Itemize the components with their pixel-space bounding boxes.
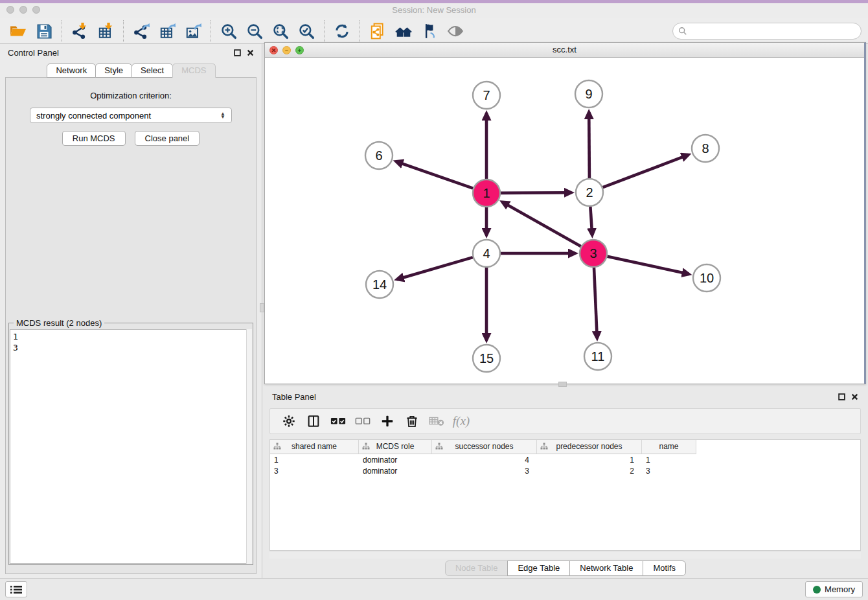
cell-shared-name[interactable]: 1 xyxy=(270,454,359,465)
graph-node-9[interactable]: 9 xyxy=(575,80,602,108)
cell-predecessor-nodes[interactable]: 1 xyxy=(537,454,642,465)
svg-text:9: 9 xyxy=(585,87,592,101)
task-history-button[interactable] xyxy=(5,581,27,597)
column-header-name[interactable]: name xyxy=(642,440,696,454)
graph-node-2[interactable]: 2 xyxy=(576,179,603,206)
edge-2-9[interactable] xyxy=(589,112,589,178)
cell-predecessor-nodes[interactable]: 2 xyxy=(537,465,642,476)
column-label: MCDS role xyxy=(376,442,415,451)
panel-divider-handle[interactable] xyxy=(260,303,264,312)
tab-select[interactable]: Select xyxy=(131,63,173,78)
graph-node-15[interactable]: 15 xyxy=(473,345,500,372)
edge-2-8[interactable] xyxy=(603,155,689,187)
share-network-document-button[interactable] xyxy=(365,21,391,41)
cell-mcds-role[interactable]: dominator xyxy=(359,465,432,476)
table-scroll-strip[interactable] xyxy=(269,551,861,559)
edge-1-2[interactable] xyxy=(501,192,571,193)
import-network-button[interactable] xyxy=(67,21,93,41)
cell-successor-nodes[interactable]: 3 xyxy=(432,465,537,476)
edge-4-14[interactable] xyxy=(397,257,473,279)
annotation-flag-button[interactable] xyxy=(417,21,442,41)
show-hide-eye-button[interactable] xyxy=(442,21,468,41)
result-scrollbar[interactable] xyxy=(246,329,252,564)
tab-mcds[interactable]: MCDS xyxy=(172,63,215,78)
search-input[interactable] xyxy=(691,27,856,36)
delete-table-button[interactable] xyxy=(424,411,449,432)
edge-2-3[interactable] xyxy=(590,207,592,235)
network-canvas[interactable]: 7968124314101511 xyxy=(265,58,864,384)
delete-columns-button[interactable] xyxy=(400,411,424,432)
zoom-selected-button[interactable] xyxy=(293,21,319,41)
horizontal-divider-handle[interactable] xyxy=(558,382,567,387)
refresh-layout-button[interactable] xyxy=(329,21,355,41)
save-session-icon xyxy=(36,23,52,40)
import-table-button[interactable] xyxy=(93,21,119,41)
tab-network-table[interactable]: Network Table xyxy=(569,560,643,576)
search-box[interactable] xyxy=(672,23,862,40)
graph-node-3[interactable]: 3 xyxy=(580,240,607,267)
column-header-predecessor-nodes[interactable]: predecessor nodes xyxy=(537,440,642,454)
graph-node-14[interactable]: 14 xyxy=(366,271,393,298)
svg-text:14: 14 xyxy=(372,277,387,292)
main-content: Control Panel NetworkStyleSelectMCDS Opt… xyxy=(0,44,868,578)
edge-3-1[interactable] xyxy=(502,202,580,247)
mcds-result-list[interactable]: 1 3 xyxy=(10,329,252,564)
select-all-button[interactable] xyxy=(326,411,350,432)
close-panel-icon[interactable] xyxy=(247,49,254,56)
edge-3-11[interactable] xyxy=(594,268,597,338)
float-panel-icon[interactable] xyxy=(234,49,241,56)
show-columns-button[interactable] xyxy=(301,411,326,432)
zoom-selected-icon xyxy=(298,23,315,40)
export-network-button[interactable] xyxy=(128,21,154,41)
add-column-button[interactable] xyxy=(375,411,400,432)
graph-node-8[interactable]: 8 xyxy=(692,135,719,162)
criterion-select[interactable]: strongly connected component ▲▼ xyxy=(30,108,232,123)
table-row[interactable]: 1dominator411 xyxy=(270,454,860,465)
graph-node-4[interactable]: 4 xyxy=(473,240,500,267)
toolbar-separator xyxy=(62,20,62,42)
attribute-tree-icon xyxy=(273,443,281,450)
cell-name[interactable]: 3 xyxy=(642,465,696,476)
graph-node-6[interactable]: 6 xyxy=(365,142,393,169)
zoom-fit-button[interactable] xyxy=(268,21,293,41)
tab-node-table[interactable]: Node Table xyxy=(445,560,508,576)
export-table-button[interactable] xyxy=(154,21,180,41)
tab-edge-table[interactable]: Edge Table xyxy=(507,560,570,576)
graph-node-7[interactable]: 7 xyxy=(473,82,500,109)
column-header-successor-nodes[interactable]: successor nodes xyxy=(432,440,537,454)
cell-mcds-role[interactable]: dominator xyxy=(359,454,432,465)
table-row[interactable]: 3dominator323 xyxy=(270,465,860,476)
graph-node-1[interactable]: 1 xyxy=(473,179,500,207)
column-header-mcds-role[interactable]: MCDS role xyxy=(359,440,432,454)
cell-successor-nodes[interactable]: 4 xyxy=(432,454,537,465)
deselect-all-button[interactable] xyxy=(350,411,375,432)
zoom-in-button[interactable] xyxy=(216,21,242,41)
graph-node-10[interactable]: 10 xyxy=(693,264,720,292)
open-session-icon xyxy=(10,23,27,40)
run-mcds-button[interactable]: Run MCDS xyxy=(62,131,126,146)
edge-3-10[interactable] xyxy=(608,257,689,274)
column-header-shared-name[interactable]: shared name xyxy=(270,440,359,454)
open-session-button[interactable] xyxy=(5,21,31,41)
ndex-home-button[interactable] xyxy=(391,21,417,41)
network-window-titlebar[interactable]: ✕ − + scc.txt xyxy=(265,43,864,58)
tab-motifs[interactable]: Motifs xyxy=(643,560,686,576)
tab-style[interactable]: Style xyxy=(95,63,132,78)
save-session-button[interactable] xyxy=(31,21,57,41)
graph-node-11[interactable]: 11 xyxy=(584,343,611,370)
tab-network[interactable]: Network xyxy=(47,63,96,78)
float-table-panel-icon[interactable] xyxy=(838,393,845,400)
export-image-button[interactable] xyxy=(180,21,206,41)
svg-text:1: 1 xyxy=(483,186,490,200)
close-panel-button[interactable]: Close panel xyxy=(135,131,200,146)
close-table-panel-icon[interactable] xyxy=(851,393,858,400)
zoom-out-button[interactable] xyxy=(242,21,268,41)
cell-name[interactable]: 1 xyxy=(642,454,696,465)
column-settings-button[interactable] xyxy=(277,411,301,432)
edge-1-6[interactable] xyxy=(396,161,473,189)
memory-button[interactable]: Memory xyxy=(805,581,863,597)
annotation-flag-icon xyxy=(421,23,438,40)
function-builder-button[interactable]: f(x) xyxy=(449,411,474,432)
cell-shared-name[interactable]: 3 xyxy=(270,465,359,476)
show-hide-eye-icon xyxy=(447,23,464,40)
